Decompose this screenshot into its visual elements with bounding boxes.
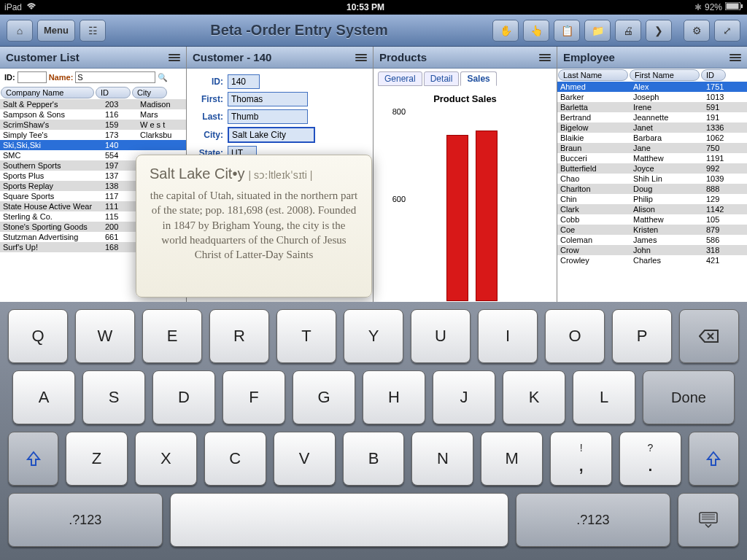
shift-key-left[interactable] [8,432,58,486]
table-row[interactable]: Simply Tee's173Clarksbu [0,130,186,140]
table-row[interactable]: BarlettaIrene591 [557,102,747,112]
key-l[interactable]: L [573,370,635,424]
expand-button[interactable]: ⤢ [714,20,740,42]
table-row[interactable]: BraunJane750 [557,143,747,153]
field-first[interactable] [228,92,308,106]
panel-menu-icon[interactable] [729,52,741,63]
table-row[interactable]: CoeKristen879 [557,225,747,235]
key-h[interactable]: H [363,370,425,424]
key-g[interactable]: G [293,370,355,424]
key-x[interactable]: X [135,432,197,486]
col-company[interactable]: Company Name [1,87,94,98]
panel-title: Products [379,51,427,63]
backspace-key[interactable] [679,309,739,363]
key-k[interactable]: K [503,370,565,424]
key-u[interactable]: U [411,309,471,363]
print-button[interactable]: 🖨 [615,20,641,42]
action-btn-2[interactable]: 👆 [523,20,549,42]
table-row[interactable]: AhmedAlex1751 [557,82,747,92]
wifi-icon [26,2,36,12]
key-c[interactable]: C [204,432,266,486]
panel-menu-icon[interactable] [539,52,551,63]
key-n[interactable]: N [411,432,473,486]
table-row[interactable]: BarkerJoseph1013 [557,92,747,102]
field-id[interactable] [228,74,260,89]
comma-key[interactable]: !, [550,432,612,486]
tab-detail[interactable]: Detail [424,71,460,86]
numkey-right[interactable]: .?123 [516,493,670,547]
col-lastname[interactable]: Last Name [558,69,628,81]
key-a[interactable]: A [12,370,75,424]
id-input[interactable] [18,71,47,83]
col-firstname[interactable]: First Name [630,69,700,81]
chart-bar-b [476,131,498,301]
key-i[interactable]: I [478,309,538,363]
table-row[interactable]: Sampson & Sons116Mars [0,109,186,120]
id-label: ID: [4,73,15,82]
done-key[interactable]: Done [643,370,735,424]
key-z[interactable]: Z [66,432,128,486]
space-key[interactable] [170,493,508,547]
home-button[interactable]: ⌂ [7,20,33,42]
key-o[interactable]: O [545,309,605,363]
table-row[interactable]: CrowleyCharles421 [557,255,747,265]
key-r[interactable]: R [209,309,269,363]
table-row[interactable]: CharltonDoug888 [557,184,747,194]
settings-button[interactable]: ⚙ [684,20,710,42]
action-btn-4[interactable]: 📁 [584,20,611,42]
table-row[interactable]: BlaikieBarbara1062 [557,133,747,143]
numkey-left[interactable]: .?123 [8,493,163,547]
table-row[interactable]: ButterfieldJoyce992 [557,163,747,174]
list-toggle-button[interactable]: ☷ [80,20,106,42]
table-row[interactable]: BucceriMatthew1191 [557,153,747,163]
search-icon[interactable]: 🔍 [158,73,168,82]
col-empid[interactable]: ID [701,69,726,81]
app-title: Beta -Order Entry System [108,22,490,39]
key-s[interactable]: S [82,370,145,424]
key-b[interactable]: B [343,432,405,486]
action-btn-1[interactable]: ✋ [492,20,519,42]
key-w[interactable]: W [75,309,135,363]
action-btn-3[interactable]: 📋 [554,20,580,42]
table-row[interactable]: Ski,Ski,Ski140 [0,140,186,150]
table-row[interactable]: Salt & Pepper's203Madison [0,99,186,109]
key-t[interactable]: T [276,309,336,363]
name-input[interactable] [75,71,155,83]
panel-menu-icon[interactable] [169,52,180,63]
table-row[interactable]: BigelowJanet1336 [557,122,747,133]
key-f[interactable]: F [222,370,285,424]
status-time: 10:53 PM [36,2,694,12]
expand-icon: ⤢ [723,25,732,36]
key-j[interactable]: J [433,370,495,424]
key-q[interactable]: Q [8,309,68,363]
col-id[interactable]: ID [96,87,131,98]
onscreen-keyboard: QWERTYUIOP ASDFGHJKLDone ZXCVBNM!,?. .?1… [0,302,747,560]
tab-sales[interactable]: Sales [460,71,496,86]
key-m[interactable]: M [481,432,543,486]
table-row[interactable]: ColemanJames586 [557,235,747,245]
tab-general[interactable]: General [378,71,422,86]
table-row[interactable]: CrowJohn318 [557,245,747,255]
shift-key-right[interactable] [689,432,739,486]
field-last[interactable] [228,109,308,124]
ytick-600: 600 [392,195,406,203]
key-v[interactable]: V [274,432,336,486]
key-p[interactable]: P [612,309,672,363]
panel-menu-icon[interactable] [355,52,367,63]
col-city[interactable]: City [132,87,167,98]
key-d[interactable]: D [152,370,215,424]
table-row[interactable]: BertrandJeannette191 [557,112,747,122]
svg-rect-1 [727,4,739,9]
table-row[interactable]: ChaoShih Lin1039 [557,174,747,184]
table-row[interactable]: ChinPhilip129 [557,194,747,204]
menu-button[interactable]: Menu [37,20,75,42]
field-city[interactable] [228,127,315,143]
key-e[interactable]: E [142,309,202,363]
table-row[interactable]: ClarkAlison1142 [557,204,747,214]
hide-keyboard-key[interactable] [678,493,739,547]
key-y[interactable]: Y [344,309,403,363]
table-row[interactable]: CobbMatthew105 [557,214,747,225]
forward-button[interactable]: ❯ [646,20,672,42]
table-row[interactable]: ScrimShaw's159W e s t [0,120,186,130]
period-key[interactable]: ?. [619,432,681,486]
